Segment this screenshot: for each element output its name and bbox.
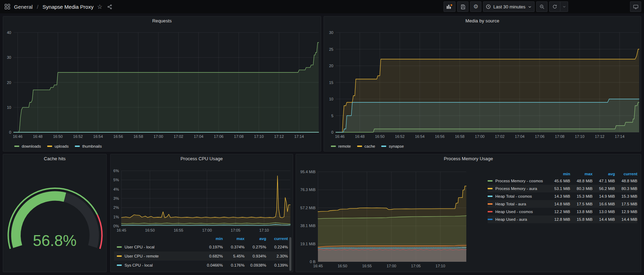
legend-label: Heap Total - cosmos <box>495 194 532 198</box>
svg-text:30: 30 <box>329 30 333 35</box>
legend-table-row: Process Memory - aura53.1 MiB80.3 MiB56.… <box>488 185 637 192</box>
svg-text:16:56: 16:56 <box>113 134 123 139</box>
legend-series-heap-total-aura[interactable]: Heap Total - aura <box>488 202 548 206</box>
legend-value-avg: 14.4 MiB <box>593 217 615 221</box>
legend-value-avg: 0.275% <box>245 245 266 249</box>
series-color-swatch <box>14 146 19 147</box>
svg-text:19.1 MiB: 19.1 MiB <box>300 242 316 246</box>
series-color-swatch <box>381 146 386 147</box>
legend-series-process-memory-aura[interactable]: Process Memory - aura <box>488 186 548 191</box>
legend-value-current: 14.4 MiB <box>615 217 637 221</box>
legend-item-synapse[interactable]: synapse <box>381 144 404 148</box>
legend-label: remote <box>338 144 351 148</box>
legend-table-row: Heap Used - cosmos12.2 MiB13.8 MiB13.0 M… <box>488 208 637 216</box>
legend-value-avg: 56.2 MiB <box>593 186 615 191</box>
requests-chart[interactable]: 16:4616:4816:5016:5216:5416:5616:5817:00… <box>3 16 321 142</box>
legend-value-current: 12.9 MiB <box>615 210 637 214</box>
legend-header-min[interactable]: min <box>548 172 570 176</box>
legend-series-heap-used-cosmos[interactable]: Heap Used - cosmos <box>488 210 548 214</box>
legend-value-max: 0.374% <box>223 245 245 249</box>
legend-value-min: 45.6 MiB <box>548 179 570 183</box>
legend-value-current: 17.5 MiB <box>615 202 637 206</box>
legend-header-avg[interactable]: avg <box>593 172 615 176</box>
legend-item-downloads[interactable]: downloads <box>14 144 41 148</box>
dashboard-title[interactable]: Synapse Media Proxy <box>43 4 94 10</box>
share-icon[interactable] <box>107 3 113 10</box>
svg-text:16:45: 16:45 <box>313 264 323 268</box>
svg-text:16:54: 16:54 <box>93 134 103 139</box>
svg-text:16:48: 16:48 <box>33 134 43 139</box>
legend-header-max[interactable]: max <box>570 172 593 176</box>
svg-text:16:58: 16:58 <box>134 134 143 139</box>
legend-label: downloads <box>22 144 41 148</box>
series-color-swatch <box>117 255 122 257</box>
legend-header-avg[interactable]: avg <box>245 237 266 241</box>
top-navbar: General / Synapse Media Proxy ☆ ⚙ <box>0 0 644 13</box>
legend-series-heap-total-cosmos[interactable]: Heap Total - cosmos <box>488 194 548 198</box>
zoom-out-button[interactable] <box>536 1 547 12</box>
svg-text:25: 25 <box>329 47 333 51</box>
legend-value-max: 5.45% <box>223 254 245 258</box>
legend-item-cache[interactable]: cache <box>357 144 375 148</box>
process-cpu-chart[interactable]: 16:4516:5016:5517:0017:0517:100%1%2%3%4%… <box>111 154 293 235</box>
dashboard-settings-button[interactable]: ⚙ <box>470 1 481 12</box>
legend-series-sys-cpu-local[interactable]: Sys CPU - local <box>114 263 201 267</box>
svg-text:17:00: 17:00 <box>154 134 163 139</box>
legend-header-current[interactable]: current <box>266 237 288 241</box>
svg-text:57.2 MiB: 57.2 MiB <box>300 206 316 210</box>
svg-text:16:58: 16:58 <box>455 134 465 139</box>
magnifier-minus-icon <box>539 4 545 9</box>
legend-value-min: 14.3 MiB <box>548 194 570 198</box>
legend-table-header: minmaxavgcurrent <box>114 235 288 242</box>
breadcrumb-section[interactable]: General <box>14 4 33 10</box>
legend-label: thumbnails <box>82 144 102 148</box>
series-color-swatch <box>357 146 362 147</box>
series-color-swatch <box>117 265 122 266</box>
legend-series-user-cpu-local[interactable]: User CPU - local <box>114 245 201 249</box>
legend-series-user-cpu-remote[interactable]: User CPU - remote <box>114 254 201 258</box>
refresh-interval-dropdown[interactable] <box>560 1 568 12</box>
star-icon[interactable]: ☆ <box>97 3 102 10</box>
legend-item-remote[interactable]: remote <box>331 144 351 148</box>
legend-value-max: 15.3 MiB <box>570 194 593 198</box>
legend-header-max[interactable]: max <box>223 237 245 241</box>
svg-text:17:06: 17:06 <box>214 134 224 139</box>
svg-text:17:10: 17:10 <box>259 228 269 232</box>
legend-label: Sys CPU - local <box>125 263 153 267</box>
legend-item-uploads[interactable]: uploads <box>47 144 69 148</box>
cycle-view-mode-button[interactable] <box>630 1 641 12</box>
breadcrumb: General / Synapse Media Proxy <box>14 4 93 10</box>
legend-value-avg: 0.0938% <box>245 263 266 267</box>
legend-value-current: 2.30% <box>266 254 288 258</box>
svg-text:15: 15 <box>329 80 333 85</box>
refresh-icon <box>552 4 557 9</box>
svg-text:0 B: 0 B <box>310 260 316 264</box>
legend-label: Process Memory - aura <box>495 186 537 191</box>
svg-text:17:08: 17:08 <box>234 134 244 139</box>
legend-label: User CPU - remote <box>125 254 159 258</box>
save-dashboard-button[interactable] <box>457 1 468 12</box>
time-picker[interactable]: Last 30 minutes <box>483 1 535 12</box>
legend-value-max: 15.8 MiB <box>570 217 593 221</box>
legend-value-avg: 13.0 MiB <box>593 210 615 214</box>
cache-hits-gauge[interactable] <box>3 154 107 273</box>
svg-text:16:52: 16:52 <box>395 134 405 139</box>
dashboards-grid-icon[interactable] <box>4 3 10 10</box>
svg-text:17:00: 17:00 <box>202 228 212 232</box>
legend-header-current[interactable]: current <box>615 172 637 176</box>
media-by-source-chart[interactable]: 16:4616:4816:5016:5216:5416:5616:5817:00… <box>324 16 642 142</box>
legend-table-row: User CPU - local0.197%0.374%0.275%0.224% <box>114 242 288 252</box>
refresh-button[interactable] <box>549 1 560 12</box>
svg-text:17:14: 17:14 <box>615 134 625 139</box>
svg-text:20: 20 <box>329 64 333 68</box>
legend-scrollbar[interactable] <box>289 237 291 271</box>
legend-item-thumbnails[interactable]: thumbnails <box>75 144 102 148</box>
svg-text:17:10: 17:10 <box>575 134 585 139</box>
legend-value-max: 0.176% <box>223 263 245 267</box>
svg-text:17:10: 17:10 <box>436 264 445 268</box>
legend-series-process-memory-cosmos[interactable]: Process Memory - cosmos <box>488 179 548 183</box>
legend-header-min[interactable]: min <box>201 237 223 241</box>
legend-series-heap-used-aura[interactable]: Heap Used - aura <box>488 217 548 221</box>
legend-value-min: 12.8 MiB <box>548 217 570 221</box>
add-panel-button[interactable] <box>444 1 455 12</box>
